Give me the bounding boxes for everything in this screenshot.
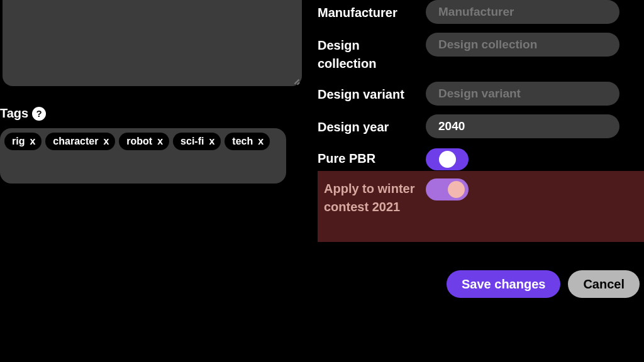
tag-pill: rigx	[4, 133, 42, 150]
tags-header: Tags ?	[0, 106, 46, 121]
tag-pill: sci-fix	[173, 133, 221, 150]
footer-buttons: Save changes Cancel	[447, 270, 640, 298]
row-pure-pbr: Pure PBR	[318, 147, 619, 170]
tag-label: tech	[232, 136, 253, 147]
row-design-year: Design year	[318, 114, 619, 138]
input-design-year[interactable]	[426, 114, 619, 138]
tag-remove-icon[interactable]: x	[157, 136, 163, 146]
tag-remove-icon[interactable]: x	[103, 136, 109, 146]
toggle-apply-contest[interactable]	[426, 178, 469, 200]
tag-pill: robotx	[119, 133, 169, 150]
tags-label: Tags	[0, 106, 28, 121]
row-apply-contest: Apply to winter contest 2021	[318, 171, 644, 242]
input-manufacturer[interactable]	[426, 0, 619, 24]
label-pure-pbr: Pure PBR	[318, 147, 418, 168]
help-icon[interactable]: ?	[32, 107, 46, 121]
label-design-year: Design year	[318, 114, 418, 136]
input-design-collection[interactable]	[426, 33, 619, 57]
tag-label: character	[53, 136, 98, 147]
left-panel: Tags ? rigxcharacterxrobotxsci-fixtechx	[0, 0, 305, 362]
save-button[interactable]: Save changes	[447, 270, 560, 298]
tag-pill: characterx	[45, 133, 115, 150]
cancel-button[interactable]: Cancel	[568, 270, 640, 298]
toggle-thumb-icon	[448, 181, 465, 198]
description-textarea[interactable]	[3, 0, 302, 86]
label-design-variant: Design variant	[318, 82, 418, 104]
label-design-collection: Design collection	[318, 33, 418, 73]
tag-remove-icon[interactable]: x	[30, 136, 35, 146]
row-manufacturer: Manufacturer	[318, 0, 619, 24]
toggle-thumb-icon	[439, 151, 456, 168]
tag-pill: techx	[225, 133, 270, 150]
input-design-variant[interactable]	[426, 82, 619, 106]
row-design-collection: Design collection	[318, 33, 619, 73]
right-panel: Manufacturer Design collection Design va…	[318, 0, 644, 178]
tags-input[interactable]: rigxcharacterxrobotxsci-fixtechx	[0, 128, 286, 184]
tag-remove-icon[interactable]: x	[258, 136, 264, 146]
tag-label: sci-fi	[180, 136, 204, 147]
tag-label: robot	[126, 136, 152, 147]
toggle-pure-pbr[interactable]	[426, 148, 469, 170]
row-design-variant: Design variant	[318, 82, 619, 106]
label-manufacturer: Manufacturer	[318, 0, 418, 22]
resize-handle-icon	[292, 76, 301, 85]
tag-remove-icon[interactable]: x	[209, 136, 214, 146]
label-apply-contest: Apply to winter contest 2021	[324, 177, 425, 216]
tag-label: rig	[12, 136, 25, 147]
